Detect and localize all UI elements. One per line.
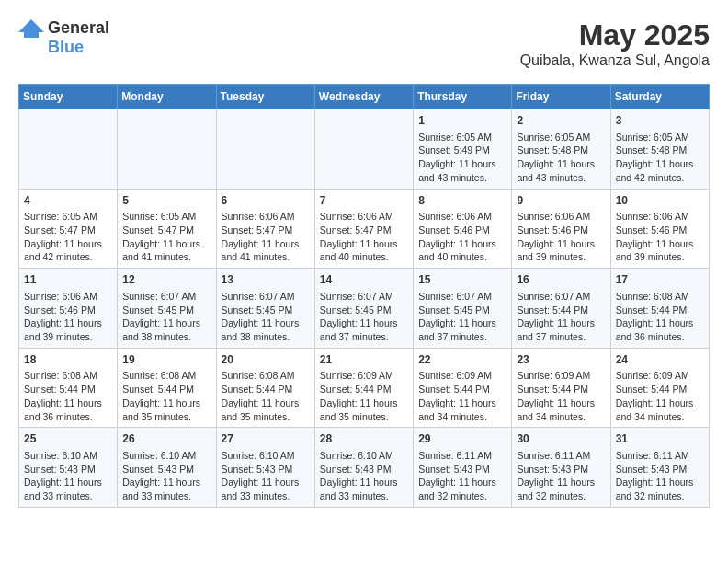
day-info: Daylight: 11 hours	[320, 237, 408, 251]
day-info: Daylight: 11 hours	[222, 237, 310, 251]
day-number: 31	[616, 431, 704, 447]
day-info: Sunrise: 6:06 AM	[320, 210, 408, 224]
day-number: 20	[222, 352, 310, 368]
calendar-cell: 6Sunrise: 6:06 AMSunset: 5:47 PMDaylight…	[216, 189, 314, 269]
week-row-1: 1Sunrise: 6:05 AMSunset: 5:49 PMDaylight…	[19, 109, 710, 190]
calendar-cell: 2Sunrise: 6:05 AMSunset: 5:48 PMDaylight…	[512, 109, 610, 190]
day-info: Daylight: 11 hours	[24, 316, 112, 330]
day-info: Sunset: 5:44 PM	[517, 304, 605, 317]
day-info: Sunrise: 6:09 AM	[320, 369, 408, 383]
calendar-cell: 21Sunrise: 6:09 AMSunset: 5:44 PMDayligh…	[314, 348, 413, 428]
day-number: 22	[418, 352, 506, 368]
day-number: 23	[517, 352, 605, 368]
day-info: Daylight: 11 hours	[616, 237, 704, 251]
day-number: 11	[24, 272, 112, 288]
calendar-cell: 13Sunrise: 6:07 AMSunset: 5:45 PMDayligh…	[216, 269, 314, 349]
day-info: and 36 minutes.	[616, 330, 704, 344]
day-info: Sunset: 5:43 PM	[122, 463, 210, 477]
day-info: Sunset: 5:45 PM	[222, 304, 310, 317]
day-number: 25	[24, 431, 112, 447]
day-info: Daylight: 11 hours	[418, 396, 506, 410]
day-info: Sunset: 5:44 PM	[24, 383, 112, 396]
day-number: 8	[418, 193, 506, 209]
day-info: Sunset: 5:45 PM	[418, 304, 506, 317]
day-info: Sunrise: 6:06 AM	[24, 290, 112, 304]
day-info: and 33 minutes.	[122, 489, 210, 503]
day-number: 18	[24, 352, 112, 368]
calendar-cell: 10Sunrise: 6:06 AMSunset: 5:46 PMDayligh…	[610, 189, 709, 269]
day-info: and 42 minutes.	[616, 171, 704, 185]
day-info: Daylight: 11 hours	[222, 316, 310, 330]
col-friday: Friday	[512, 85, 610, 109]
day-number: 9	[517, 193, 605, 209]
day-info: Sunrise: 6:06 AM	[616, 210, 704, 224]
day-info: Sunrise: 6:07 AM	[320, 290, 408, 304]
day-number: 3	[616, 113, 704, 129]
col-wednesday: Wednesday	[314, 85, 413, 109]
day-info: Daylight: 11 hours	[616, 476, 704, 489]
week-row-3: 11Sunrise: 6:06 AMSunset: 5:46 PMDayligh…	[19, 269, 710, 349]
col-thursday: Thursday	[414, 85, 512, 109]
day-info: Sunrise: 6:10 AM	[122, 449, 210, 463]
day-info: and 37 minutes.	[418, 330, 506, 344]
logo-text-blue: Blue	[48, 38, 84, 57]
day-info: and 41 minutes.	[222, 250, 310, 264]
day-info: Sunrise: 6:08 AM	[616, 290, 704, 304]
day-info: Sunset: 5:44 PM	[616, 383, 704, 396]
calendar-cell: 12Sunrise: 6:07 AMSunset: 5:45 PMDayligh…	[118, 269, 216, 349]
page-header: General Blue May 2025 Quibala, Kwanza Su…	[18, 18, 710, 69]
page-subtitle: Quibala, Kwanza Sul, Angola	[520, 52, 710, 69]
day-info: Sunrise: 6:05 AM	[418, 131, 506, 144]
day-info: Sunset: 5:43 PM	[222, 463, 310, 477]
calendar-cell: 20Sunrise: 6:08 AMSunset: 5:44 PMDayligh…	[216, 348, 314, 428]
day-info: and 35 minutes.	[122, 410, 210, 424]
day-info: Sunrise: 6:09 AM	[517, 369, 605, 383]
day-number: 13	[222, 272, 310, 288]
day-info: Daylight: 11 hours	[517, 396, 605, 410]
calendar-cell: 22Sunrise: 6:09 AMSunset: 5:44 PMDayligh…	[414, 348, 512, 428]
day-info: Sunrise: 6:07 AM	[418, 290, 506, 304]
day-number: 6	[222, 193, 310, 209]
day-number: 12	[122, 272, 210, 288]
calendar-cell: 7Sunrise: 6:06 AMSunset: 5:47 PMDaylight…	[314, 189, 413, 269]
day-info: Sunrise: 6:11 AM	[418, 449, 506, 463]
day-info: Daylight: 11 hours	[517, 476, 605, 489]
calendar-cell	[19, 109, 118, 190]
day-info: Daylight: 11 hours	[222, 396, 310, 410]
day-info: Sunset: 5:47 PM	[24, 224, 112, 237]
calendar-cell: 26Sunrise: 6:10 AMSunset: 5:43 PMDayligh…	[118, 428, 216, 508]
day-info: Sunrise: 6:05 AM	[616, 131, 704, 144]
day-info: and 32 minutes.	[418, 489, 506, 503]
day-number: 27	[222, 431, 310, 447]
logo: General Blue	[18, 18, 109, 57]
day-number: 4	[24, 193, 112, 209]
calendar-cell: 24Sunrise: 6:09 AMSunset: 5:44 PMDayligh…	[610, 348, 709, 428]
col-tuesday: Tuesday	[216, 85, 314, 109]
day-info: and 39 minutes.	[24, 330, 112, 344]
day-info: and 33 minutes.	[24, 489, 112, 503]
day-info: and 37 minutes.	[320, 330, 408, 344]
calendar-cell: 23Sunrise: 6:09 AMSunset: 5:44 PMDayligh…	[512, 348, 610, 428]
day-info: Sunset: 5:44 PM	[222, 383, 310, 396]
day-info: Sunset: 5:44 PM	[616, 304, 704, 317]
day-info: Sunrise: 6:09 AM	[616, 369, 704, 383]
day-info: and 38 minutes.	[222, 330, 310, 344]
day-info: Sunset: 5:44 PM	[517, 383, 605, 396]
day-info: Sunrise: 6:08 AM	[24, 369, 112, 383]
day-info: Sunrise: 6:11 AM	[517, 449, 605, 463]
page-title: May 2025	[520, 18, 710, 52]
day-info: Sunset: 5:43 PM	[24, 463, 112, 477]
day-info: and 33 minutes.	[320, 489, 408, 503]
title-block: May 2025 Quibala, Kwanza Sul, Angola	[520, 18, 710, 69]
day-info: Sunset: 5:43 PM	[616, 463, 704, 477]
calendar-cell: 8Sunrise: 6:06 AMSunset: 5:46 PMDaylight…	[414, 189, 512, 269]
day-number: 16	[517, 272, 605, 288]
day-info: and 35 minutes.	[320, 410, 408, 424]
day-info: Daylight: 11 hours	[616, 316, 704, 330]
day-number: 15	[418, 272, 506, 288]
day-info: Daylight: 11 hours	[418, 316, 506, 330]
calendar-cell: 17Sunrise: 6:08 AMSunset: 5:44 PMDayligh…	[610, 269, 709, 349]
day-info: Sunrise: 6:05 AM	[517, 131, 605, 144]
col-sunday: Sunday	[19, 85, 118, 109]
day-info: Daylight: 11 hours	[222, 476, 310, 489]
